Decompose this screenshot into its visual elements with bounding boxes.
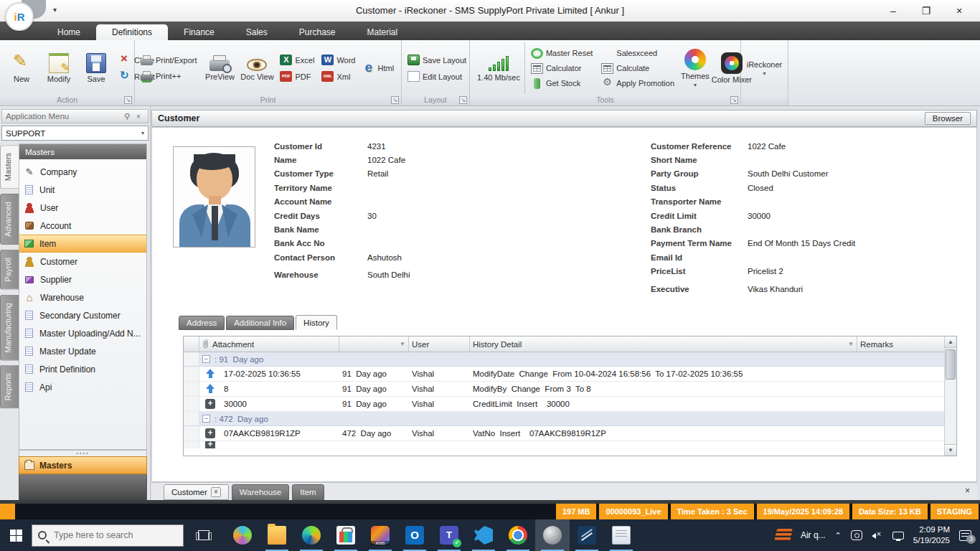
close-document-icon[interactable]: × bbox=[965, 486, 970, 496]
ribbon-button[interactable]: Apply Promotion bbox=[598, 77, 677, 90]
outlook-icon[interactable] bbox=[397, 519, 432, 551]
ribbon-tab[interactable]: Finance bbox=[168, 24, 230, 40]
ribbon-button[interactable]: Calculate bbox=[598, 62, 677, 75]
detail-column-header[interactable]: History Detail▼ bbox=[470, 336, 857, 352]
table-row[interactable]: 8 91 Day ago Vishal ModifyBy Change From… bbox=[184, 382, 944, 397]
start-button[interactable] bbox=[0, 519, 32, 551]
sidebar-item[interactable]: Print Definition bbox=[19, 360, 146, 378]
sidebar-vertical-tab[interactable]: Payroll bbox=[0, 250, 19, 290]
scroll-down-icon[interactable]: ▼ bbox=[945, 444, 956, 456]
air-quality-icon[interactable] bbox=[774, 529, 793, 542]
meet-now-icon[interactable] bbox=[851, 530, 862, 540]
field-value[interactable]: Pricelist 2 bbox=[748, 267, 783, 276]
sidebar-item[interactable]: Company bbox=[19, 163, 146, 181]
ribbon-button[interactable]: Print++ bbox=[138, 70, 199, 83]
sidebar-item[interactable]: Master Uploading/Add N... bbox=[19, 324, 146, 342]
sidebar-item[interactable]: Api bbox=[19, 378, 146, 396]
field-value[interactable]: South Delhi Customer bbox=[748, 169, 829, 178]
table-row[interactable] bbox=[184, 441, 944, 448]
field-value[interactable]: Vikas Khanduri bbox=[748, 285, 803, 293]
air-quality-label[interactable]: Air q... bbox=[801, 530, 826, 540]
ribbon-button[interactable]: Save Layout bbox=[405, 53, 469, 67]
field-value[interactable]: End Of Month 15 Days Credit bbox=[748, 239, 855, 248]
field-value[interactable]: South Delhi bbox=[367, 270, 410, 279]
browser-button[interactable]: Browser bbox=[925, 112, 971, 125]
dialog-launcher-icon[interactable]: ↘ bbox=[391, 96, 399, 104]
table-row[interactable]: 17-02-2025 10:36:55 91 Day ago Vishal Mo… bbox=[184, 367, 944, 382]
ribbon-button[interactable]: Html bbox=[359, 62, 397, 75]
field-value[interactable]: 1022 Cafe bbox=[748, 142, 786, 151]
sidebar-vertical-tab[interactable]: Reports bbox=[0, 365, 19, 409]
ribbon-button[interactable]: Excel bbox=[277, 53, 317, 67]
document-tab[interactable]: Customer × bbox=[164, 484, 229, 500]
panel-splitter[interactable]: •••• bbox=[19, 450, 147, 456]
teams-icon[interactable] bbox=[432, 519, 466, 551]
close-button[interactable]: × bbox=[943, 0, 976, 22]
sidebar-vertical-tab[interactable]: Masters bbox=[0, 145, 19, 189]
ribbon-button[interactable]: PreView bbox=[201, 54, 238, 83]
sidebar-item[interactable]: Customer bbox=[19, 253, 146, 270]
edge-icon[interactable] bbox=[294, 519, 329, 551]
themes-button[interactable]: Themes ▾ bbox=[680, 47, 710, 90]
field-value[interactable]: Closed bbox=[748, 184, 773, 192]
form-tab[interactable]: Address bbox=[179, 316, 225, 330]
attachment-column-header[interactable]: Attachment bbox=[199, 336, 339, 352]
table-group-row[interactable]: −: 472 Day ago bbox=[184, 412, 944, 426]
store-icon[interactable] bbox=[329, 519, 363, 551]
sidebar-item[interactable]: Account bbox=[19, 217, 146, 235]
ribbon-button[interactable]: Word bbox=[319, 53, 358, 67]
dialog-launcher-icon[interactable]: ↘ bbox=[124, 96, 132, 104]
field-value[interactable]: Ashutosh bbox=[367, 253, 402, 262]
table-row[interactable]: 30000 91 Day ago Vishal CreditLimit Inse… bbox=[184, 397, 944, 412]
clock[interactable]: 2:09 PM 5/19/2025 bbox=[913, 524, 950, 546]
task-view-button[interactable] bbox=[189, 519, 218, 551]
app-logo[interactable]: iR bbox=[5, 2, 34, 31]
show-hidden-icons-chevron[interactable]: ⌃ bbox=[835, 531, 842, 540]
ribbon-button[interactable]: Master Reset bbox=[528, 47, 595, 60]
user-column-header[interactable]: User bbox=[409, 336, 470, 352]
close-panel-icon[interactable]: × bbox=[133, 112, 144, 121]
dialog-launcher-icon[interactable]: ↘ bbox=[730, 96, 738, 104]
vscode-icon[interactable] bbox=[466, 519, 501, 551]
scroll-up-icon[interactable]: ▲ bbox=[945, 336, 956, 348]
sidebar-vertical-tab[interactable]: Manufacturing bbox=[0, 295, 19, 361]
ribbon-button[interactable]: Save bbox=[77, 52, 115, 85]
document-tab[interactable]: Item × bbox=[292, 484, 324, 500]
ribbon-button[interactable]: Calculator bbox=[528, 62, 595, 75]
ribbon-button[interactable]: Salesxceed bbox=[598, 47, 677, 60]
field-value[interactable]: 30000 bbox=[748, 212, 771, 220]
search-input[interactable] bbox=[52, 529, 167, 541]
ribbon-button[interactable]: Print/Export bbox=[138, 54, 199, 67]
sidebar-item[interactable]: Secondary Customer bbox=[19, 306, 146, 324]
notification-center-icon[interactable]: 3 bbox=[959, 530, 971, 541]
field-value[interactable]: 30 bbox=[367, 212, 377, 220]
ribbon-tab[interactable]: Material bbox=[351, 24, 413, 40]
sidebar-item[interactable]: Master Update bbox=[19, 342, 146, 360]
sidebar-item[interactable]: Supplier bbox=[19, 270, 146, 288]
masters-bottom-button[interactable]: Masters bbox=[19, 456, 147, 474]
sidebar-item[interactable]: Item bbox=[19, 235, 146, 253]
module-dropdown[interactable]: SUPPORT ▾ bbox=[1, 126, 149, 141]
dark-app-icon[interactable] bbox=[570, 519, 604, 551]
ireckoner-app-icon[interactable] bbox=[535, 519, 570, 551]
document-tab[interactable]: Warehouse × bbox=[232, 484, 289, 500]
vertical-scrollbar[interactable]: ▲ ▼ bbox=[944, 336, 956, 456]
sidebar-item[interactable]: User bbox=[19, 199, 146, 217]
age-column-header[interactable]: ▼ bbox=[339, 336, 409, 352]
file-explorer-icon[interactable] bbox=[260, 519, 294, 551]
ribbon-tab[interactable]: Home bbox=[42, 24, 96, 40]
ribbon-button[interactable]: Doc View bbox=[238, 54, 275, 83]
close-tab-icon[interactable]: × bbox=[211, 487, 221, 497]
notepad-icon[interactable] bbox=[604, 519, 639, 551]
form-tab[interactable]: Additional Info bbox=[226, 316, 294, 330]
ribbon-button[interactable]: Edit Layout bbox=[405, 70, 469, 83]
volume-muted-icon[interactable] bbox=[872, 530, 883, 540]
minimize-button[interactable]: – bbox=[877, 0, 910, 22]
chrome-icon[interactable] bbox=[501, 519, 535, 551]
remarks-column-header[interactable]: Remarks bbox=[857, 336, 944, 352]
edge-dev-icon[interactable] bbox=[225, 519, 260, 551]
filter-icon[interactable]: ▼ bbox=[848, 341, 854, 347]
field-value[interactable]: Retail bbox=[367, 169, 388, 178]
dialog-launcher-icon[interactable]: ↘ bbox=[459, 96, 467, 104]
field-value[interactable]: 4231 bbox=[367, 142, 386, 151]
